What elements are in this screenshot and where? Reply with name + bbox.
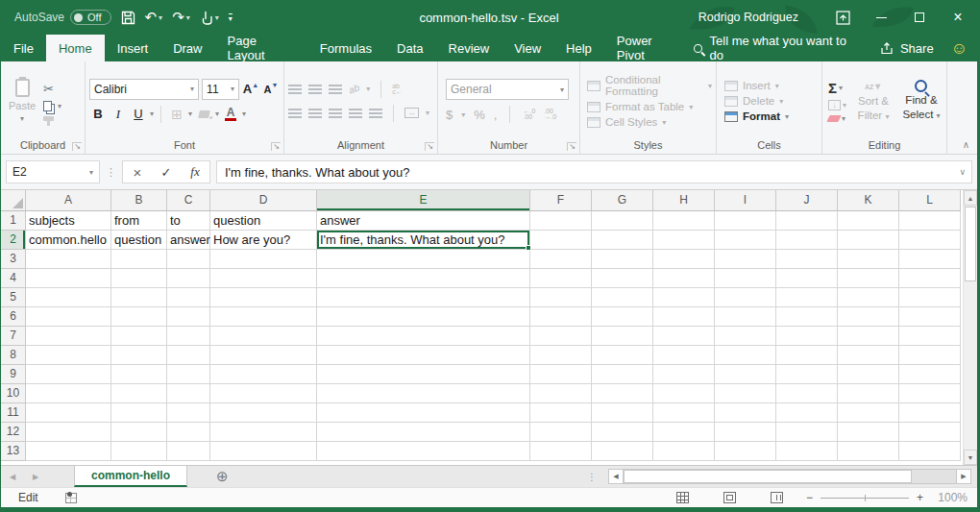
row-header-5[interactable]: 5 [1,288,26,307]
cell-I5[interactable] [715,288,776,307]
cell-D3[interactable] [210,250,317,269]
cell-G5[interactable] [592,288,653,307]
cell-L5[interactable] [899,288,961,307]
autosum-button[interactable]: Σ▾ [828,80,846,96]
cell-E8[interactable] [317,346,530,365]
fill-color-button[interactable] [195,105,212,124]
increase-decimal-icon[interactable]: ←.0.00 [523,109,535,120]
align-right-icon[interactable] [329,109,342,118]
decrease-font-size-button[interactable]: A▼ [262,80,280,99]
cell-H11[interactable] [653,403,715,423]
cell-B4[interactable] [111,269,167,288]
cell-K9[interactable] [838,365,899,384]
cell-J5[interactable] [776,288,838,307]
cell-C8[interactable] [167,346,210,365]
insert-cells-button[interactable]: Insert▾ [724,80,818,91]
alignment-dialog-launcher-icon[interactable]: ↘ [425,142,434,151]
row-header-7[interactable]: 7 [1,327,26,346]
cell-J9[interactable] [776,365,838,384]
macro-recording-icon[interactable] [65,493,77,503]
cell-I3[interactable] [715,250,776,269]
cell-L9[interactable] [899,365,961,384]
cell-J11[interactable] [776,403,838,423]
row-header-11[interactable]: 11 [1,403,26,423]
cell-A2[interactable]: common.hello [26,231,111,250]
cell-E6[interactable] [317,307,530,327]
cell-C5[interactable] [167,288,210,307]
cell-J8[interactable] [776,346,838,365]
cell-G7[interactable] [592,327,653,346]
cell-E1[interactable]: answer [317,211,530,231]
sheet-tab-common-hello[interactable]: common-hello [74,466,187,487]
cell-H1[interactable] [653,211,715,231]
enter-entry-button[interactable]: ✓ [152,165,181,180]
tab-view[interactable]: View [502,35,553,61]
cell-I2[interactable] [715,231,776,250]
row-header-9[interactable]: 9 [1,365,26,384]
cell-G1[interactable] [592,211,653,231]
cell-B13[interactable] [111,442,167,461]
touch-mode-dropdown-icon[interactable]: ▾ [215,13,219,22]
cell-B3[interactable] [111,250,167,269]
cell-B6[interactable] [111,307,167,327]
scroll-right-icon[interactable]: ▶ [956,469,971,484]
clear-button[interactable]: ▾ [828,114,846,123]
cell-H13[interactable] [653,442,715,461]
collapse-ribbon-button[interactable]: ∧ [963,139,969,150]
cell-I7[interactable] [715,327,776,346]
cell-J4[interactable] [776,269,838,288]
maximize-button[interactable] [900,0,939,35]
font-color-dropdown-icon[interactable]: ▾ [242,110,246,118]
cell-styles-button[interactable]: Cell Styles▾ [587,116,712,128]
cut-button[interactable]: ✂ [43,82,61,96]
column-header-I[interactable]: I [715,190,776,211]
touch-mouse-mode-button[interactable]: ▾ [200,11,219,25]
redo-dropdown-icon[interactable]: ▾ [186,13,190,22]
paste-button[interactable]: Paste ▾ [5,65,39,136]
cell-E12[interactable] [317,423,530,442]
minimize-button[interactable] [862,0,900,35]
fill-color-dropdown-icon[interactable]: ▾ [215,110,219,118]
cell-G3[interactable] [592,250,653,269]
cell-K13[interactable] [838,442,899,461]
cell-A6[interactable] [26,307,111,327]
save-button[interactable] [121,11,135,25]
cell-A4[interactable] [26,269,111,288]
cell-D13[interactable] [210,442,317,461]
cell-B12[interactable] [111,423,167,442]
cell-C12[interactable] [167,423,210,442]
cell-E11[interactable] [317,403,530,423]
cell-H8[interactable] [653,346,715,365]
cell-C1[interactable]: to [167,211,210,231]
cell-A3[interactable] [26,250,111,269]
close-button[interactable]: × [939,0,977,35]
autosave-toggle[interactable]: AutoSave Off [14,10,111,25]
underline-dropdown-icon[interactable]: ▾ [150,110,154,118]
cell-H7[interactable] [653,327,715,346]
cell-J2[interactable] [776,231,838,250]
cell-A13[interactable] [26,442,111,461]
find-select-button[interactable]: Find & Select ▾ [900,65,943,136]
column-header-B[interactable]: B [111,190,167,211]
cell-E2[interactable]: I'm fine, thanks. What about you? [317,231,530,250]
merge-dropdown-icon[interactable]: ▾ [426,109,429,117]
cell-J6[interactable] [776,307,838,327]
name-box-dropdown-icon[interactable]: ▾ [89,168,93,177]
cell-F8[interactable] [530,346,592,365]
cell-D12[interactable] [210,423,317,442]
share-button[interactable]: Share [879,41,934,56]
insert-function-button[interactable]: fx [181,164,209,180]
cell-B11[interactable] [111,403,167,423]
scroll-left-icon[interactable]: ◀ [608,469,624,484]
horizontal-scroll-track[interactable] [624,469,956,484]
autosum-dropdown-icon[interactable]: ▾ [839,84,843,92]
cell-E5[interactable] [317,288,530,307]
orientation-icon[interactable]: ab [347,82,360,95]
cell-G8[interactable] [592,346,653,365]
cell-I12[interactable] [715,423,776,442]
number-dialog-launcher-icon[interactable]: ↘ [567,142,576,151]
cell-B9[interactable] [111,365,167,384]
cell-I13[interactable] [715,442,776,461]
cell-E4[interactable] [317,269,530,288]
cell-E10[interactable] [317,384,530,403]
